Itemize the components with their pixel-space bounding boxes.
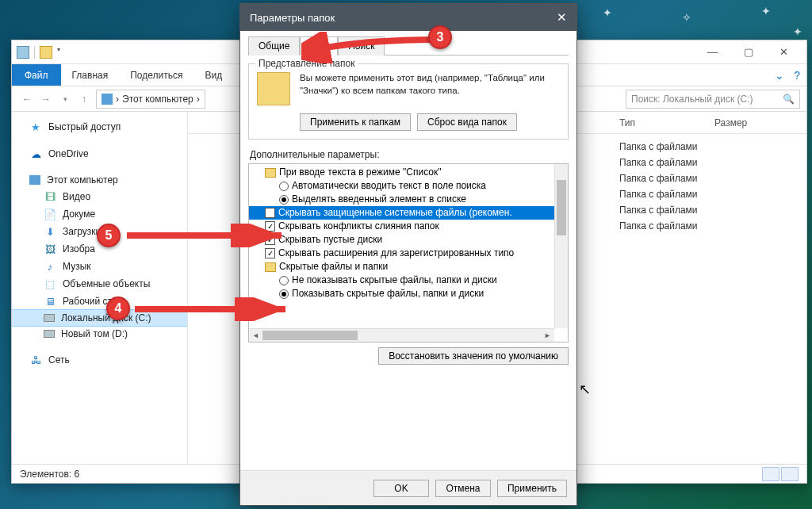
sidebar-drive-c[interactable]: Локальный диск (C:) [12, 310, 187, 326]
tab-search[interactable]: Поиск [338, 36, 385, 55]
help-icon[interactable]: ? [794, 64, 800, 86]
status-item-count: Элементов: 6 [20, 469, 79, 480]
sidebar-music[interactable]: ♪Музык [12, 258, 187, 275]
radio-icon[interactable] [279, 182, 289, 191]
sidebar-desktop[interactable]: 🖥Рабочий стол [12, 293, 187, 310]
dialog-title: Параметры папок [250, 12, 335, 24]
checkbox-icon[interactable]: ✓ [265, 248, 275, 258]
nav-recent-icon[interactable]: ▾ [56, 90, 74, 108]
sidebar-videos[interactable]: 🎞Видео [12, 188, 187, 205]
list-item[interactable]: Папка с файлами [608, 202, 806, 218]
search-placeholder: Поиск: Локальный диск (C:) [631, 94, 753, 105]
radio-icon[interactable] [279, 289, 289, 299]
music-icon: ♪ [44, 260, 56, 273]
folder-view-group: Представление папок Вы можете применить … [248, 63, 569, 140]
drive-icon [17, 46, 29, 59]
scroll-left-icon[interactable]: ◄ [249, 329, 262, 342]
tree-check-hide-empty-drives[interactable]: ✓Скрывать пустые диски [249, 233, 568, 247]
tree-group-hidden-files[interactable]: Скрытые файлы и папки [249, 260, 568, 274]
tree-check-hide-protected[interactable]: Скрывать защищенные системные файлы (рек… [249, 206, 568, 220]
list-item[interactable]: Папка с файлами [608, 155, 806, 170]
dialog-footer: OK Отмена Применить [240, 470, 576, 505]
minimize-button[interactable]: — [695, 41, 730, 63]
col-type[interactable]: Тип [608, 117, 703, 128]
advanced-settings-label: Дополнительные параметры: [250, 149, 569, 160]
close-button[interactable]: ✕ [766, 41, 802, 63]
checkbox-icon[interactable]: ✓ [265, 221, 275, 232]
tree-check-hide-conflicts[interactable]: ✓Скрывать конфликты слияния папок [249, 220, 568, 233]
scroll-right-icon[interactable]: ► [541, 329, 554, 342]
nav-up-icon[interactable]: ↑ [75, 90, 93, 108]
dialog-close-button[interactable]: ✕ [557, 10, 567, 25]
sidebar-this-pc[interactable]: Этот компьютер [12, 172, 187, 188]
tree-radio-dont-show-hidden[interactable]: Не показывать скрытые файлы, папки и дис… [249, 274, 568, 287]
advanced-settings-tree[interactable]: При вводе текста в режиме "Список" Автом… [248, 163, 569, 343]
picture-icon: 🖼 [44, 243, 56, 255]
sidebar-quick-access[interactable]: ★Быстрый доступ [12, 118, 187, 136]
radio-icon[interactable] [279, 195, 289, 205]
nav-forward-icon[interactable]: → [37, 90, 55, 108]
ribbon-home-tab[interactable]: Главная [61, 64, 120, 86]
sidebar-documents[interactable]: 📄Докуме [12, 205, 187, 223]
checkbox-icon[interactable] [265, 208, 275, 218]
radio-icon[interactable] [279, 276, 289, 285]
tree-vertical-scrollbar[interactable] [554, 164, 568, 328]
nav-back-icon[interactable]: ← [18, 90, 36, 108]
annotation-pin-5: 5 [97, 224, 121, 247]
drive-icon [44, 330, 55, 338]
list-item[interactable]: Папка с файлами [608, 218, 806, 234]
sidebar-network[interactable]: 🖧Сеть [12, 351, 187, 369]
sidebar-drive-d[interactable]: Новый том (D:) [12, 326, 187, 342]
view-icons-button[interactable] [781, 467, 799, 481]
group-title: Представление папок [255, 58, 358, 69]
view-details-button[interactable] [762, 467, 779, 481]
tree-radio-auto-search[interactable]: Автоматически вводить текст в поле поиск… [249, 179, 568, 193]
folder-icon [265, 262, 276, 272]
tree-horizontal-scrollbar[interactable]: ◄ ► [249, 328, 554, 342]
dropdown-icon[interactable]: ▾ [57, 46, 60, 59]
breadcrumb-pc-icon [102, 94, 113, 105]
col-size[interactable]: Размер [703, 117, 758, 128]
cube-icon: ⬚ [44, 277, 56, 290]
search-icon[interactable]: 🔍 [783, 94, 795, 105]
sidebar-onedrive[interactable]: ☁OneDrive [12, 145, 187, 163]
video-icon: 🎞 [44, 190, 56, 203]
checkbox-icon[interactable]: ✓ [265, 235, 275, 245]
list-item[interactable]: Папка с файлами [608, 139, 806, 155]
mouse-cursor-icon: ↖ [579, 381, 591, 398]
list-item[interactable]: Папка с файлами [608, 186, 806, 202]
ribbon-expand-icon[interactable]: ⌄ [775, 64, 784, 86]
apply-button[interactable]: Применить [497, 480, 567, 497]
tree-radio-show-hidden[interactable]: Показывать скрытые файлы, папки и диски [249, 287, 568, 300]
ribbon-view-tab[interactable]: Вид [193, 64, 233, 86]
folder-view-description: Вы можете применить этот вид (например, … [300, 72, 560, 97]
reset-folders-button[interactable]: Сброс вида папок [417, 113, 517, 131]
tree-group-list-typing[interactable]: При вводе текста в режиме "Список" [249, 166, 568, 179]
list-item[interactable]: Папка с файлами [608, 170, 806, 186]
folder-icon[interactable] [40, 46, 52, 59]
dialog-titlebar[interactable]: Параметры папок ✕ [240, 4, 576, 31]
annotation-pin-4: 4 [106, 297, 130, 320]
tree-check-hide-extensions[interactable]: ✓Скрывать расширения для зарегистрирован… [249, 247, 568, 260]
drive-icon [44, 314, 55, 322]
folder-icon [265, 168, 276, 178]
search-input[interactable]: Поиск: Локальный диск (C:) 🔍 [626, 90, 800, 109]
breadcrumb[interactable]: › Этот компьютер › [96, 90, 205, 109]
cloud-icon: ☁ [29, 147, 42, 160]
cancel-button[interactable]: Отмена [435, 480, 491, 497]
ok-button[interactable]: OK [373, 480, 429, 497]
tab-general[interactable]: Общие [248, 36, 300, 55]
breadcrumb-root[interactable]: Этот компьютер [122, 94, 193, 105]
ribbon-share-tab[interactable]: Поделиться [119, 64, 193, 86]
breadcrumb-sep2: › [197, 94, 200, 105]
sidebar-3d-objects[interactable]: ⬚Объемные объекты [12, 275, 187, 293]
restore-defaults-button[interactable]: Восстановить значения по умолчанию [378, 347, 569, 365]
maximize-button[interactable]: ▢ [730, 41, 766, 63]
qat-separator [34, 46, 35, 59]
star-icon: ★ [29, 121, 42, 133]
folder-big-icon [257, 72, 290, 105]
apply-to-folders-button[interactable]: Применить к папкам [300, 113, 411, 131]
tree-radio-select-typed[interactable]: Выделять введенный элемент в списке [249, 193, 568, 206]
tab-view[interactable]: Вид [300, 36, 338, 55]
ribbon-file-tab[interactable]: Файл [12, 64, 61, 86]
